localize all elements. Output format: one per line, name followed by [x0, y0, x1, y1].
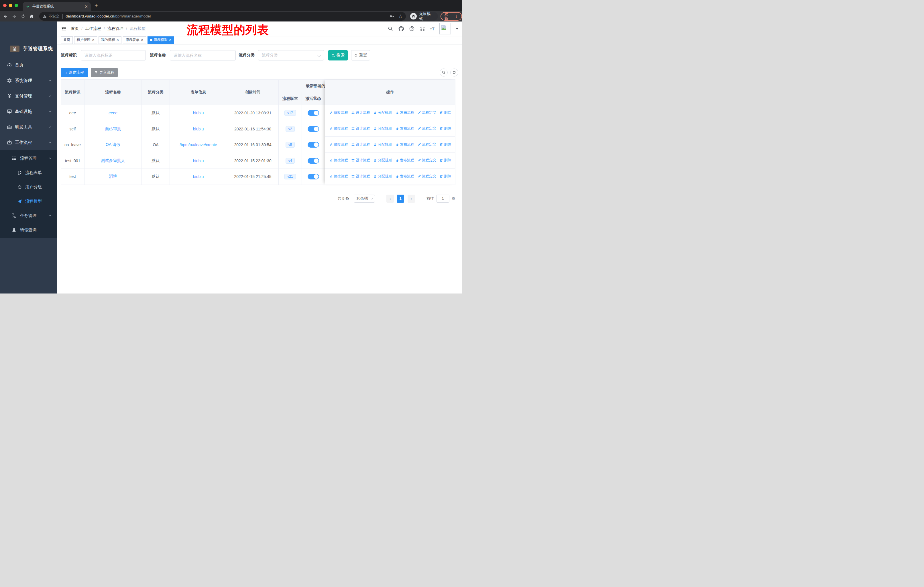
form-info-link[interactable]: biubiu [193, 127, 204, 131]
action-发布流程[interactable]: 发布流程 [395, 110, 414, 115]
tag-我的流程[interactable]: 我的流程✕ [99, 36, 121, 44]
action-流程定义[interactable]: 流程定义 [417, 158, 436, 163]
close-icon[interactable]: ✕ [116, 38, 119, 42]
sidebar-item-流程表单[interactable]: 流程表单 [0, 165, 57, 180]
action-流程定义[interactable]: 流程定义 [417, 142, 436, 147]
active-toggle[interactable] [308, 158, 319, 164]
action-分配规则[interactable]: 分配规则 [373, 110, 392, 115]
sidebar-item-研发工具[interactable]: 研发工具 [0, 119, 57, 135]
minimize-window-button[interactable] [9, 4, 12, 7]
action-发布流程[interactable]: 发布流程 [395, 158, 414, 163]
bookmark-star-icon[interactable]: ☆ [398, 13, 403, 19]
sidebar-item-流程管理[interactable]: 流程管理 [0, 151, 57, 165]
action-设计流程[interactable]: 设计流程 [351, 158, 370, 163]
action-删除[interactable]: 删除 [439, 158, 451, 163]
github-icon[interactable] [398, 26, 404, 32]
process-name-link[interactable]: eeee [109, 111, 117, 115]
sidebar-item-支付管理[interactable]: 支付管理 [0, 88, 57, 104]
process-name-link[interactable]: 测试多审批人 [101, 158, 125, 164]
action-发布流程[interactable]: 发布流程 [395, 126, 414, 131]
active-toggle[interactable] [308, 110, 319, 116]
security-indicator[interactable]: 不安全 [43, 14, 59, 19]
process-name-link[interactable]: OA 请假 [106, 142, 120, 147]
sidebar-item-用户分组[interactable]: 用户分组 [0, 180, 57, 194]
action-流程定义[interactable]: 流程定义 [417, 126, 436, 131]
reload-icon[interactable] [21, 14, 25, 19]
new-tab-button[interactable]: + [94, 3, 98, 8]
action-流程定义[interactable]: 流程定义 [417, 174, 436, 179]
tag-流程模型[interactable]: 流程模型✕ [147, 36, 174, 44]
action-流程定义[interactable]: 流程定义 [417, 110, 436, 115]
avatar-caret-icon[interactable] [456, 28, 459, 30]
process-name-link[interactable]: 自己审批 [105, 126, 121, 132]
next-page-button[interactable]: › [408, 195, 415, 203]
action-删除[interactable]: 删除 [439, 110, 451, 115]
browser-tab[interactable]: 芋道管理系统 ✕ [23, 2, 91, 11]
action-修改流程[interactable]: 修改流程 [329, 174, 348, 179]
back-icon[interactable] [3, 14, 8, 19]
window-controls[interactable] [3, 4, 18, 7]
form-info-link[interactable]: biubiu [193, 174, 204, 179]
url-bar[interactable]: 不安全 dashboard.yudao.iocoder.cn/bpm/manag… [39, 12, 406, 21]
action-设计流程[interactable]: 设计流程 [351, 174, 370, 179]
sidebar-item-系统管理[interactable]: 系统管理 [0, 73, 57, 88]
tag-租户管理[interactable]: 租户管理✕ [74, 36, 97, 44]
search-icon[interactable] [388, 26, 393, 31]
action-设计流程[interactable]: 设计流程 [351, 110, 370, 115]
form-info-link[interactable]: /bpm/oa/leave/create [180, 142, 217, 147]
action-发布流程[interactable]: 发布流程 [395, 174, 414, 179]
action-分配规则[interactable]: 分配规则 [373, 142, 392, 147]
sidebar-item-任务管理[interactable]: 任务管理 [0, 208, 57, 223]
tag-流程表单[interactable]: 流程表单✕ [123, 36, 146, 44]
goto-page-input[interactable] [436, 195, 449, 203]
browser-menu-icon[interactable]: ⋮ [455, 14, 458, 18]
page-size-select[interactable]: 10条/页 [354, 195, 375, 203]
prev-page-button[interactable]: ‹ [386, 195, 394, 203]
form-info-link[interactable]: biubiu [193, 159, 204, 163]
close-icon[interactable]: ✕ [169, 38, 172, 42]
sidebar-item-工作流程[interactable]: 工作流程 [0, 135, 57, 150]
close-icon[interactable]: ✕ [92, 38, 94, 42]
tab-close-icon[interactable]: ✕ [84, 4, 88, 9]
breadcrumb-item[interactable]: 工作流程 [85, 26, 101, 31]
reset-button[interactable]: 重置 [351, 50, 370, 61]
close-icon[interactable]: ✕ [140, 38, 143, 42]
import-process-button[interactable]: 导入流程 [91, 68, 118, 77]
sidebar-fold-icon[interactable] [61, 26, 67, 31]
toggle-search-button[interactable] [440, 68, 448, 76]
action-分配规则[interactable]: 分配规则 [373, 174, 392, 179]
action-发布流程[interactable]: 发布流程 [395, 142, 414, 147]
action-修改流程[interactable]: 修改流程 [329, 126, 348, 131]
user-avatar[interactable] [439, 23, 451, 35]
action-删除[interactable]: 删除 [439, 142, 451, 147]
action-修改流程[interactable]: 修改流程 [329, 158, 348, 163]
process-key-input[interactable] [81, 50, 146, 61]
update-button[interactable]: 更新 ⋮ [441, 12, 462, 21]
help-icon[interactable] [409, 26, 415, 31]
sidebar-item-首页[interactable]: 首页 [0, 57, 57, 73]
process-name-input[interactable] [170, 50, 236, 61]
create-process-button[interactable]: + 新建流程 [61, 68, 88, 77]
action-修改流程[interactable]: 修改流程 [329, 110, 348, 115]
close-window-button[interactable] [3, 4, 7, 7]
action-分配规则[interactable]: 分配规则 [373, 126, 392, 131]
tag-首页[interactable]: 首页 [61, 36, 73, 44]
action-删除[interactable]: 删除 [439, 126, 451, 131]
active-toggle[interactable] [308, 174, 319, 179]
sidebar-item-基础设施[interactable]: 基础设施 [0, 104, 57, 119]
breadcrumb-item[interactable]: 流程管理 [107, 26, 124, 31]
form-info-link[interactable]: biubiu [193, 111, 204, 115]
active-toggle[interactable] [308, 142, 319, 147]
page-number-1[interactable]: 1 [397, 195, 404, 203]
breadcrumb-item[interactable]: 首页 [71, 26, 79, 31]
sidebar-item-请假查询[interactable]: 请假查询 [0, 223, 57, 237]
home-icon[interactable] [29, 14, 35, 19]
sidebar-item-流程模型[interactable]: 流程模型 [0, 194, 57, 208]
fullscreen-icon[interactable] [420, 26, 425, 31]
forward-icon[interactable] [12, 14, 17, 19]
process-category-select[interactable]: 流程分类 [258, 50, 324, 61]
action-删除[interactable]: 删除 [439, 174, 451, 179]
search-button[interactable]: 搜索 [328, 50, 348, 61]
url-text[interactable]: dashboard.yudao.iocoder.cn/bpm/manager/m… [66, 14, 151, 18]
key-icon[interactable] [389, 14, 394, 19]
